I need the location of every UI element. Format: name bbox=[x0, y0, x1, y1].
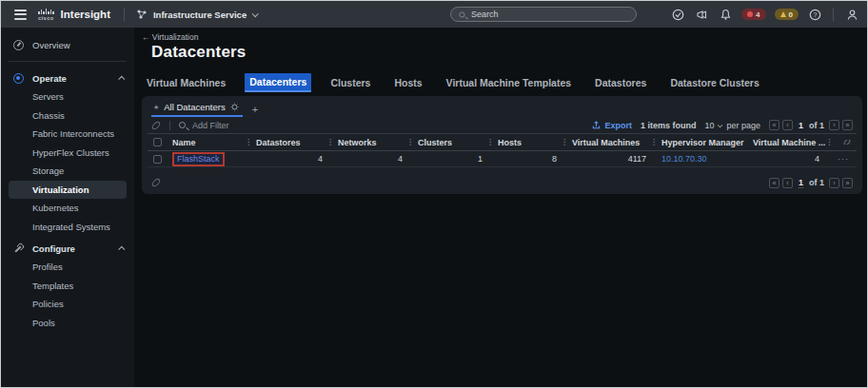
page-tabs: Virtual Machines Datacenters Clusters Ho… bbox=[142, 73, 764, 92]
tab-datacenters[interactable]: Datacenters bbox=[245, 73, 311, 92]
page-of-label: of 1 bbox=[809, 121, 824, 130]
next-page-button[interactable]: › bbox=[829, 178, 839, 188]
pagination-top: « ‹ 1 of 1 › » bbox=[769, 120, 853, 130]
sidebar-item-pools[interactable]: Pools bbox=[1, 314, 134, 333]
cell-hypervisor-manager: 10.10.70.30 bbox=[661, 154, 753, 164]
cell-virtual-machine-truncated: 4 bbox=[753, 154, 835, 164]
wrench-icon bbox=[12, 243, 25, 254]
table-row-flashstack[interactable]: FlashStack 4 4 1 8 4117 10.10.70.30 4 ··… bbox=[148, 151, 857, 167]
sidebar-divider bbox=[9, 61, 127, 62]
top-header-bar: cisco Intersight Infrastructure Service … bbox=[1, 1, 867, 28]
acknowledge-check-icon[interactable] bbox=[670, 7, 685, 22]
export-link-icon[interactable] bbox=[150, 177, 161, 187]
sidebar-item-storage[interactable]: Storage bbox=[1, 162, 134, 181]
export-link-icon[interactable] bbox=[150, 120, 161, 130]
items-found-label: 1 items found bbox=[641, 121, 697, 130]
sidebar-item-chassis[interactable]: Chassis bbox=[1, 107, 134, 126]
tab-virtual-machine-templates[interactable]: Virtual Machine Templates bbox=[442, 74, 577, 91]
tab-datastore-clusters[interactable]: Datastore Clusters bbox=[665, 74, 763, 91]
cell-name: FlashStack bbox=[172, 152, 256, 166]
column-header-virtual-machine-truncated: Virtual Machine ...⋮ bbox=[753, 138, 835, 147]
export-button[interactable]: Export bbox=[592, 121, 632, 130]
user-account-icon[interactable] bbox=[844, 7, 859, 22]
announcements-megaphone-icon[interactable] bbox=[694, 7, 709, 22]
sidebar-item-policies[interactable]: Policies bbox=[1, 295, 134, 314]
tab-datastores[interactable]: Datastores bbox=[590, 74, 651, 91]
chevron-up-icon bbox=[118, 75, 125, 82]
search-placeholder: Search bbox=[471, 10, 499, 19]
hypervisor-manager-link[interactable]: 10.10.70.30 bbox=[661, 154, 707, 164]
notifications-bell-icon[interactable] bbox=[718, 7, 733, 22]
page-title: Datacenters bbox=[151, 43, 247, 62]
filter-search-icon bbox=[179, 122, 186, 128]
column-header-hosts: Hosts⋮ bbox=[498, 138, 572, 147]
svg-text:?: ? bbox=[813, 11, 817, 18]
add-filter-input[interactable]: Add Filter bbox=[192, 121, 229, 130]
sidebar-item-overview[interactable]: Overview bbox=[1, 35, 134, 54]
sidebar-item-integrated-systems[interactable]: Integrated Systems bbox=[1, 218, 134, 237]
next-page-button[interactable]: › bbox=[829, 120, 839, 130]
column-menu-icon[interactable]: ⋮ bbox=[650, 138, 661, 146]
column-menu-icon[interactable]: ⋮ bbox=[406, 138, 418, 146]
column-menu-icon[interactable]: ⋮ bbox=[825, 138, 835, 146]
sidebar-item-profiles[interactable]: Profiles bbox=[1, 258, 134, 277]
row-actions-ellipsis[interactable]: ··· bbox=[835, 154, 857, 164]
cell-virtual-machines: 4117 bbox=[572, 154, 661, 164]
header-icon-group: 4 0 ? bbox=[670, 1, 859, 28]
prev-page-button[interactable]: ‹ bbox=[782, 178, 793, 188]
warning-alarms-badge[interactable]: 0 bbox=[775, 9, 799, 20]
add-view-plus-icon[interactable]: + bbox=[252, 104, 258, 115]
sidebar-item-virtualization[interactable]: Virtualization bbox=[9, 181, 127, 200]
column-header-hypervisor-manager: Hypervisor Manager bbox=[661, 138, 753, 147]
last-page-button[interactable]: » bbox=[842, 120, 853, 130]
first-page-button[interactable]: « bbox=[769, 178, 779, 188]
last-page-button[interactable]: » bbox=[842, 178, 853, 188]
app-title: Intersight bbox=[61, 9, 110, 20]
tab-virtual-machines[interactable]: Virtual Machines bbox=[142, 74, 230, 91]
first-page-button[interactable]: « bbox=[769, 120, 779, 130]
pin-star-icon: ★ bbox=[153, 104, 159, 111]
column-menu-icon[interactable]: ⋮ bbox=[245, 138, 256, 146]
breadcrumb-back-link[interactable]: ← Virtualization bbox=[142, 32, 198, 42]
cell-hosts: 8 bbox=[498, 154, 572, 164]
prev-page-button[interactable]: ‹ bbox=[782, 120, 793, 130]
sidebar-section-operate[interactable]: Operate bbox=[1, 68, 134, 87]
service-selector[interactable]: Infrastructure Service bbox=[136, 9, 257, 20]
header-divider bbox=[124, 8, 125, 21]
main-content: ← Virtualization Datacenters Virtual Mac… bbox=[134, 28, 867, 387]
column-menu-icon[interactable]: ⋮ bbox=[486, 138, 498, 146]
view-settings-gear-icon[interactable] bbox=[230, 103, 239, 111]
tab-clusters[interactable]: Clusters bbox=[326, 74, 375, 91]
sidebar-section-configure[interactable]: Configure bbox=[1, 239, 134, 258]
sidebar-item-kubernetes[interactable]: Kubernetes bbox=[1, 199, 134, 218]
view-tab-all-datacenters[interactable]: ★ All Datacenters bbox=[151, 99, 243, 117]
select-all-checkbox[interactable] bbox=[153, 138, 162, 146]
column-settings-cell bbox=[835, 140, 857, 145]
datacenters-table-card: ★ All Datacenters + Add Filter bbox=[142, 96, 862, 194]
search-input[interactable]: Search bbox=[450, 7, 637, 22]
column-menu-icon[interactable]: ⋮ bbox=[561, 138, 572, 146]
critical-dot-icon bbox=[747, 11, 753, 17]
sidebar-item-fabric-interconnects[interactable]: Fabric Interconnects bbox=[1, 125, 134, 144]
toolbar-right-group: Export 1 items found 10 per page « ‹ 1 o… bbox=[592, 120, 853, 130]
sidebar-item-hyperflex-clusters[interactable]: HyperFlex Clusters bbox=[1, 144, 134, 163]
chevron-up-icon bbox=[118, 245, 125, 252]
column-header-datastores: Datastores⋮ bbox=[256, 138, 338, 147]
per-page-selector[interactable]: 10 per page bbox=[704, 121, 760, 130]
datacenter-name-link[interactable]: FlashStack bbox=[177, 154, 220, 164]
row-checkbox[interactable] bbox=[153, 155, 162, 164]
hamburger-menu-icon[interactable] bbox=[14, 10, 27, 20]
sidebar-item-servers[interactable]: Servers bbox=[1, 87, 134, 107]
cell-clusters: 1 bbox=[418, 154, 498, 164]
sidebar-item-label: Overview bbox=[32, 40, 70, 50]
help-icon[interactable]: ? bbox=[807, 7, 822, 22]
critical-alarms-badge[interactable]: 4 bbox=[741, 9, 765, 20]
sidebar-item-templates[interactable]: Templates bbox=[1, 277, 134, 296]
tab-hosts[interactable]: Hosts bbox=[389, 74, 426, 91]
table-footer: « ‹ 1 of 1 › » bbox=[148, 170, 857, 195]
service-name: Infrastructure Service bbox=[153, 10, 247, 20]
annotation-red-box: FlashStack bbox=[172, 152, 225, 166]
column-menu-icon[interactable]: ⋮ bbox=[326, 138, 338, 146]
current-page-label: 1 bbox=[799, 178, 803, 188]
column-settings-icon[interactable] bbox=[842, 140, 851, 145]
